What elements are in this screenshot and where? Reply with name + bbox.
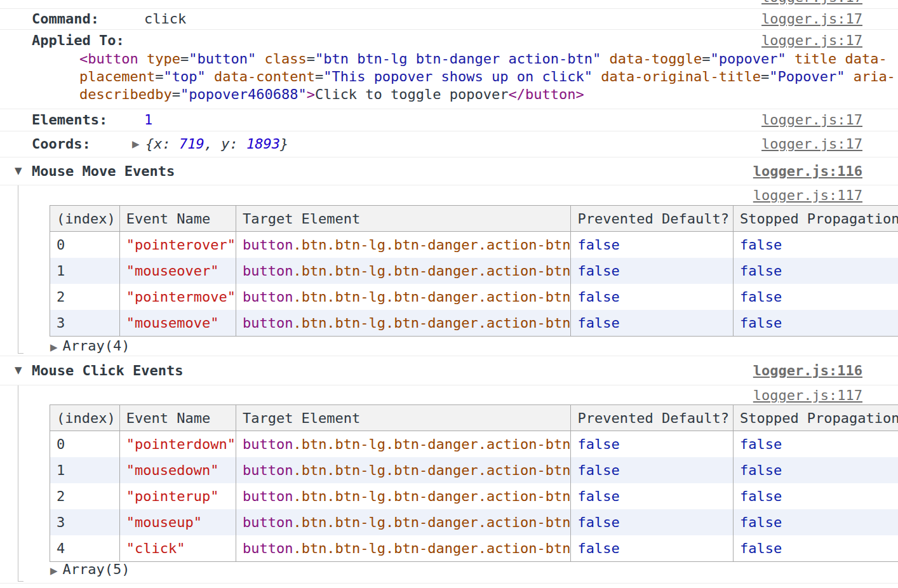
- table-cell: false: [733, 483, 898, 509]
- log-entry-command: Command: click logger.js:17: [0, 8, 898, 30]
- group-header-mouse-move-events[interactable]: ▼ Mouse Move Events logger.js:116: [0, 157, 898, 185]
- log-entry-coords: Coords: ▶ {x: 719, y: 1893} logger.js:17: [0, 131, 898, 157]
- coords-label: Coords:: [32, 136, 91, 152]
- log-entry-elements: Elements: 1 logger.js:17: [0, 109, 898, 131]
- log-entry-applied-to: Applied To: <button type="button" class=…: [0, 29, 898, 109]
- array-preview[interactable]: ▶Array(4): [50, 338, 130, 354]
- table-cell: "pointerover": [119, 232, 236, 258]
- element-html-line: <button type="button" class="btn btn-lg …: [79, 50, 898, 68]
- source-link[interactable]: logger.js:117: [753, 187, 862, 204]
- table-cell: 1: [50, 457, 120, 483]
- table-row: 3"mousemove"button.btn.btn-lg.btn-danger…: [50, 310, 898, 337]
- table-cell: false: [571, 310, 733, 337]
- element-html-line: placement="top" data-content="This popov…: [79, 68, 898, 86]
- table-cell: false: [571, 232, 733, 258]
- group-title: Mouse Move Events: [32, 163, 175, 179]
- triangle-down-icon[interactable]: ▼: [15, 356, 22, 385]
- console-table-wrap: (index)Event NameTarget ElementPrevented…: [50, 205, 898, 337]
- table-cell: false: [733, 284, 898, 310]
- source-link[interactable]: logger.js:116: [753, 356, 862, 385]
- table-cell: 0: [50, 431, 120, 458]
- table-cell: false: [733, 457, 898, 483]
- command-value: click: [144, 9, 186, 29]
- table-header-row: (index)Event NameTarget ElementPrevented…: [50, 206, 898, 232]
- table-cell: false: [733, 232, 898, 258]
- table-cell: false: [571, 258, 733, 284]
- table-cell: 2: [50, 284, 120, 310]
- divider: [0, 583, 898, 584]
- table-row: 4"click"button.btn.btn-lg.btn-danger.act…: [50, 535, 898, 562]
- elements-label: Elements:: [32, 112, 107, 128]
- table-row: 0"pointerover"button.btn.btn-lg.btn-dang…: [50, 232, 898, 258]
- table-header-cell[interactable]: Stopped Propagation?: [733, 405, 898, 431]
- table-row: 0"pointerdown"button.btn.btn-lg.btn-dang…: [50, 431, 898, 458]
- disclosure-triangle-icon[interactable]: ▶: [132, 131, 140, 157]
- group-title: Mouse Click Events: [32, 363, 183, 378]
- table-cell: false: [733, 535, 898, 562]
- table-header-cell[interactable]: Stopped Propagation?: [733, 206, 898, 232]
- table-cell: false: [733, 509, 898, 535]
- table-cell: false: [571, 483, 733, 509]
- table-cell: button.btn.btn-lg.btn-danger.action-btn: [236, 431, 571, 458]
- console-table: (index)Event NameTarget ElementPrevented…: [50, 404, 898, 562]
- source-link[interactable]: logger.js:17: [761, 131, 862, 157]
- table-cell: "mousedown": [119, 457, 236, 483]
- table-row: 1"mouseover"button.btn.btn-lg.btn-danger…: [50, 258, 898, 284]
- table-cell: button.btn.btn-lg.btn-danger.action-btn: [236, 457, 571, 483]
- log-entry-partial: logger.js:17: [0, 0, 898, 8]
- array-preview[interactable]: ▶Array(5): [50, 561, 130, 578]
- disclosure-triangle-icon[interactable]: ▶: [50, 339, 58, 356]
- table-row: 2"pointerup"button.btn.btn-lg.btn-danger…: [50, 483, 898, 509]
- source-link[interactable]: logger.js:17: [761, 0, 862, 5]
- elements-value: 1: [144, 109, 152, 131]
- table-header-cell[interactable]: Target Element: [236, 206, 571, 232]
- triangle-down-icon[interactable]: ▼: [15, 157, 22, 185]
- table-cell: "mouseup": [119, 509, 236, 535]
- table-cell: false: [733, 310, 898, 337]
- table-header-cell[interactable]: Prevented Default?: [571, 405, 733, 431]
- table-header-cell[interactable]: Target Element: [236, 405, 571, 431]
- object-preview[interactable]: {x: 719, y: 1893}: [145, 131, 288, 157]
- table-cell: 3: [50, 310, 120, 337]
- table-cell: "mouseover": [119, 258, 236, 284]
- group-content-mouse-move-events: logger.js:117 (index)Event NameTarget El…: [0, 185, 898, 356]
- table-header-cell[interactable]: Prevented Default?: [571, 206, 733, 232]
- console-table: (index)Event NameTarget ElementPrevented…: [50, 205, 898, 337]
- table-cell: "click": [119, 535, 236, 562]
- source-link[interactable]: logger.js:17: [761, 109, 862, 131]
- array-label: Array(4): [63, 338, 130, 354]
- group-guide-line: [18, 385, 23, 582]
- source-link[interactable]: logger.js:17: [761, 9, 862, 29]
- group-content-mouse-click-events: logger.js:117 (index)Event NameTarget El…: [0, 385, 898, 584]
- table-cell: button.btn.btn-lg.btn-danger.action-btn: [236, 483, 571, 509]
- table-cell: false: [571, 457, 733, 483]
- table-cell: false: [571, 431, 733, 458]
- command-label: Command:: [32, 11, 99, 27]
- table-header-cell[interactable]: Event Name: [119, 405, 236, 431]
- table-cell: false: [733, 258, 898, 284]
- table-header-cell[interactable]: Event Name: [119, 206, 236, 232]
- group-header-mouse-click-events[interactable]: ▼ Mouse Click Events logger.js:116: [0, 356, 898, 385]
- table-cell: "pointermove": [119, 284, 236, 310]
- console-table-wrap: (index)Event NameTarget ElementPrevented…: [50, 404, 898, 562]
- element-html[interactable]: <button type="button" class="btn btn-lg …: [79, 50, 898, 104]
- table-cell: button.btn.btn-lg.btn-danger.action-btn: [236, 284, 571, 310]
- table-header-cell[interactable]: (index): [50, 206, 120, 232]
- disclosure-triangle-icon[interactable]: ▶: [50, 563, 58, 579]
- group-guide-line: [18, 185, 23, 354]
- table-cell: 1: [50, 258, 120, 284]
- table-cell: button.btn.btn-lg.btn-danger.action-btn: [236, 509, 571, 535]
- table-cell: "pointerup": [119, 483, 236, 509]
- source-link[interactable]: logger.js:17: [761, 32, 862, 48]
- source-link[interactable]: logger.js:117: [753, 387, 862, 404]
- table-cell: 0: [50, 232, 120, 258]
- table-cell: button.btn.btn-lg.btn-danger.action-btn: [236, 258, 571, 284]
- table-cell: false: [571, 509, 733, 535]
- table-header-cell[interactable]: (index): [50, 405, 120, 431]
- element-html-line: describedby="popover460688">Click to tog…: [79, 86, 898, 104]
- table-row: 1"mousedown"button.btn.btn-lg.btn-danger…: [50, 457, 898, 483]
- table-cell: false: [571, 535, 733, 562]
- table-cell: 2: [50, 483, 120, 509]
- table-row: 2"pointermove"button.btn.btn-lg.btn-dang…: [50, 284, 898, 310]
- source-link[interactable]: logger.js:116: [753, 157, 862, 185]
